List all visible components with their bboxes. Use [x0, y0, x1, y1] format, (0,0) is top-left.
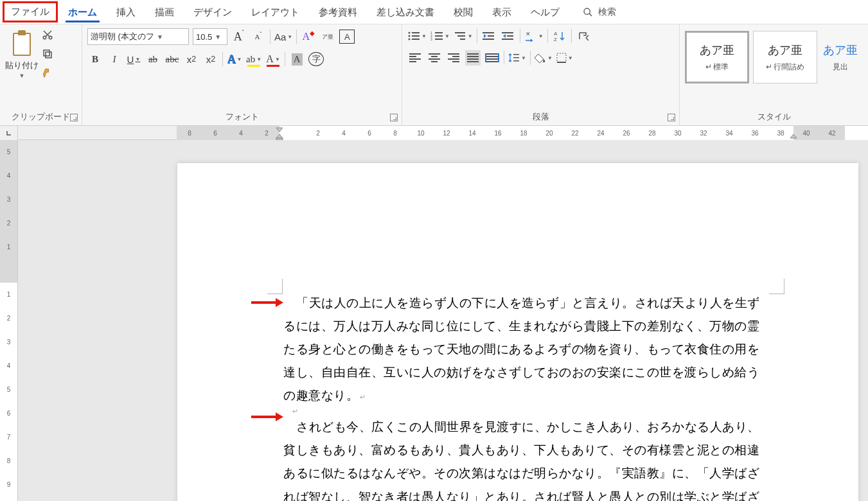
- multilevel-list-button[interactable]: ▼: [454, 28, 473, 44]
- underline-button[interactable]: U▼: [126, 51, 141, 67]
- group-clipboard: 貼り付け ▼ クリップボード: [0, 24, 82, 125]
- change-case-button[interactable]: Aa▼: [274, 29, 292, 44]
- svg-point-10: [409, 35, 411, 37]
- tab-references[interactable]: 参考資料: [310, 1, 366, 22]
- clear-formatting-button[interactable]: A◆: [301, 29, 316, 44]
- svg-rect-28: [502, 39, 513, 40]
- tab-view[interactable]: 表示: [483, 1, 520, 22]
- enclose-characters-button[interactable]: 字: [308, 52, 324, 66]
- ruler-vertical[interactable]: 54321123456789: [0, 140, 18, 501]
- svg-text:A: A: [554, 31, 558, 37]
- tab-home[interactable]: ホーム: [59, 1, 106, 22]
- paste-label: 貼り付け: [5, 60, 39, 71]
- highlight-button[interactable]: ab▼: [246, 51, 261, 67]
- svg-rect-26: [502, 32, 513, 33]
- tab-draw[interactable]: 描画: [146, 1, 183, 22]
- paragraph-dialog-launcher[interactable]: [668, 114, 675, 121]
- tab-bar: ファイル ホーム 挿入 描画 デザイン レイアウト 参考資料 差し込み文書 校閲…: [0, 0, 868, 24]
- tab-selector[interactable]: [0, 126, 18, 140]
- svg-rect-9: [412, 32, 420, 33]
- asian-layout-button[interactable]: ✕▼: [524, 28, 544, 44]
- search-box[interactable]: 検索: [583, 6, 616, 18]
- shrink-font-button[interactable]: Aˇ: [251, 29, 266, 44]
- group-font: 游明朝 (本文のフ▼ 10.5▼ Aˆ Aˇ Aa▼ A◆ ア亜 A B I U…: [82, 24, 402, 125]
- paste-button[interactable]: 貼り付け ▼: [5, 29, 39, 79]
- cut-icon[interactable]: [41, 28, 54, 41]
- format-painter-icon[interactable]: [41, 67, 54, 80]
- svg-rect-21: [457, 35, 465, 37]
- tab-design[interactable]: デザイン: [184, 1, 241, 22]
- tab-help[interactable]: ヘルプ: [522, 1, 569, 22]
- tab-mailings[interactable]: 差し込み文書: [368, 1, 443, 22]
- sort-button[interactable]: AZ: [552, 28, 567, 44]
- search-placeholder: 検索: [598, 6, 616, 18]
- paragraph-1[interactable]: 「天は人の上に人を造らず人の下に人を造らず」と言えり。されば天より人を生ずるには…: [283, 292, 768, 407]
- svg-rect-34: [513, 60, 519, 62]
- show-marks-button[interactable]: [576, 28, 591, 44]
- style-normal[interactable]: あア亜 ↵標準: [685, 31, 749, 84]
- group-font-label: フォント: [87, 109, 396, 124]
- svg-rect-17: [435, 35, 443, 37]
- annotation-arrow-2: [251, 412, 283, 421]
- double-strikethrough-button[interactable]: abc: [164, 51, 180, 67]
- svg-text:Z: Z: [554, 37, 557, 42]
- bullets-button[interactable]: ▼: [407, 28, 427, 44]
- text-effects-button[interactable]: A▼: [227, 51, 242, 67]
- italic-button[interactable]: I: [107, 51, 122, 67]
- svg-rect-20: [455, 32, 465, 33]
- clipboard-dialog-launcher[interactable]: [70, 114, 78, 121]
- svg-rect-24: [488, 35, 494, 37]
- shading-button[interactable]: ▼: [535, 50, 553, 66]
- svg-rect-19: [435, 39, 443, 40]
- svg-line-1: [589, 13, 592, 16]
- tab-review[interactable]: 校閲: [445, 1, 482, 22]
- svg-rect-32: [513, 54, 519, 55]
- strikethrough-button[interactable]: ab: [145, 51, 161, 67]
- align-left-button[interactable]: [407, 50, 423, 66]
- font-color-button[interactable]: A▼: [265, 51, 281, 67]
- distribute-button[interactable]: [484, 50, 500, 66]
- font-dialog-launcher[interactable]: [390, 114, 398, 121]
- annotation-arrow-1: [251, 298, 283, 307]
- tab-insert[interactable]: 挿入: [107, 1, 145, 22]
- phonetic-guide-button[interactable]: ア亜: [320, 29, 335, 44]
- character-border-button[interactable]: A: [339, 30, 355, 44]
- tab-layout[interactable]: レイアウト: [242, 1, 308, 22]
- svg-rect-13: [412, 39, 420, 40]
- decrease-indent-button[interactable]: [481, 28, 497, 44]
- svg-rect-11: [412, 35, 420, 37]
- superscript-button[interactable]: x2: [203, 51, 218, 67]
- group-clipboard-label: クリップボード: [5, 109, 76, 124]
- style-no-spacing[interactable]: あア亜 ↵行間詰め: [753, 31, 817, 84]
- grow-font-button[interactable]: Aˆ: [231, 29, 247, 44]
- tab-file[interactable]: ファイル: [3, 1, 58, 22]
- font-name-combo[interactable]: 游明朝 (本文のフ▼: [87, 28, 189, 45]
- paragraph-2[interactable]: されども今、広くこの人間世界を見渡すに、かしこき人あり、おろかなる人あり、貧しき…: [283, 416, 768, 501]
- copy-icon[interactable]: [41, 48, 54, 60]
- increase-indent-button[interactable]: [500, 28, 516, 44]
- style-heading1[interactable]: あア亜 見出: [821, 31, 860, 84]
- svg-rect-15: [435, 32, 443, 33]
- font-size-combo[interactable]: 10.5▼: [193, 28, 227, 45]
- numbering-button[interactable]: 123▼: [430, 28, 450, 44]
- svg-rect-22: [460, 39, 465, 40]
- crop-mark-tr: [769, 279, 784, 294]
- borders-button[interactable]: ▼: [556, 50, 573, 66]
- svg-rect-33: [513, 57, 519, 58]
- svg-rect-7: [44, 50, 49, 56]
- svg-rect-27: [507, 35, 513, 37]
- ribbon: 貼り付け ▼ クリップボード 游明朝 (本文のフ▼ 10.5▼ Aˆ Aˇ Aa…: [0, 24, 868, 126]
- document-area: 54321123456789 「天は人の上に人を造らず人の下に人を造らず」と言え…: [0, 140, 868, 501]
- align-justify-button[interactable]: [465, 50, 481, 66]
- svg-point-12: [409, 39, 411, 40]
- svg-text:✕: ✕: [526, 31, 531, 37]
- line-spacing-button[interactable]: ▼: [508, 50, 526, 66]
- bold-button[interactable]: B: [87, 51, 103, 67]
- subscript-button[interactable]: x2: [184, 51, 199, 67]
- ruler-horizontal[interactable]: 8642246810121416182022242628303234363840…: [0, 126, 868, 140]
- character-shading-button[interactable]: A: [289, 51, 305, 67]
- align-center-button[interactable]: [427, 50, 442, 66]
- align-right-button[interactable]: [446, 50, 461, 66]
- page[interactable]: 「天は人の上に人を造らず人の下に人を造らず」と言えり。されば天より人を生ずるには…: [177, 163, 858, 501]
- group-styles-label: スタイル: [685, 109, 863, 124]
